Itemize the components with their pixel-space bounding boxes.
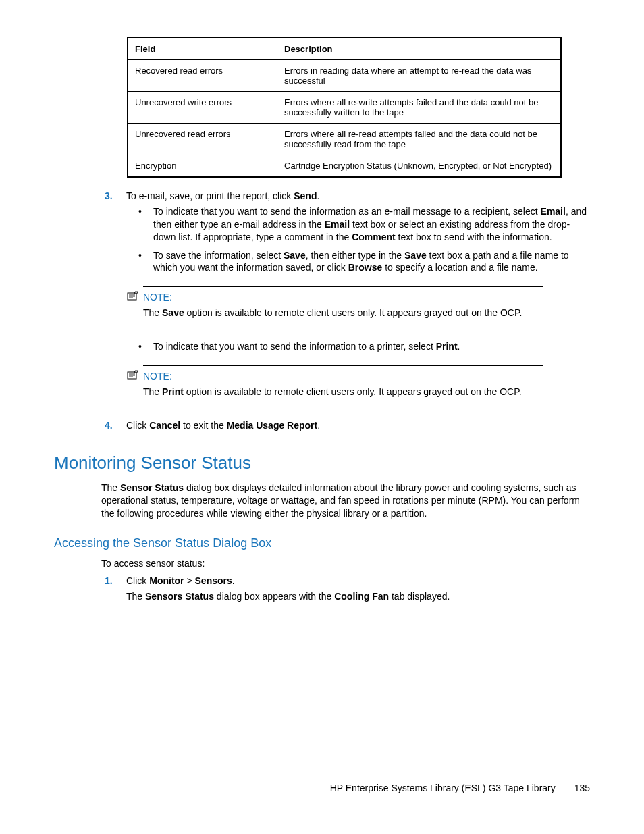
step-text: Click Cancel to exit the Media Usage Rep… — [126, 419, 590, 432]
table-header-description: Description — [277, 38, 562, 60]
footer-title: HP Enterprise Systems Library (ESL) G3 T… — [330, 783, 556, 793]
table-row: Encryption Cartridge Encryption Status (… — [128, 155, 561, 178]
bullet-text: To save the information, select Save, th… — [153, 249, 590, 275]
bullet-item: • To save the information, select Save, … — [138, 249, 590, 275]
note-label: NOTE: — [143, 292, 172, 303]
table-cell: Unrecovered read errors — [128, 124, 277, 155]
table-row: Unrecovered write errors Errors where al… — [128, 92, 561, 124]
bullet-item: • To indicate that you want to send the … — [138, 340, 590, 353]
page-number: 135 — [574, 783, 590, 793]
table-cell: Errors in reading data where an attempt … — [277, 60, 562, 92]
page-footer: HP Enterprise Systems Library (ESL) G3 T… — [330, 783, 590, 793]
table-cell: Cartridge Encryption Status (Unknown, En… — [277, 155, 562, 178]
table-cell: Errors where all re-read attempts failed… — [277, 124, 562, 155]
field-description-table: Field Description Recovered read errors … — [127, 37, 562, 178]
table-cell: Encryption — [128, 155, 277, 178]
table-row: Recovered read errors Errors in reading … — [128, 60, 561, 92]
step-number: 1. — [105, 575, 126, 588]
bullet-icon: • — [138, 249, 153, 275]
step-1: 1. Click Monitor > Sensors. — [105, 575, 590, 588]
bullet-text: To indicate that you want to send the in… — [153, 340, 590, 353]
step-number: 4. — [105, 419, 126, 432]
heading-accessing-sensor-status: Accessing the Sensor Status Dialog Box — [54, 536, 590, 550]
step-4: 4. Click Cancel to exit the Media Usage … — [105, 419, 590, 432]
heading-monitoring-sensor-status: Monitoring Sensor Status — [54, 452, 590, 473]
note-body: The Print option is available to remote … — [143, 382, 543, 407]
step-3: 3. To e-mail, save, or print the report,… — [105, 190, 590, 203]
note-icon — [127, 291, 143, 303]
bullet-icon: • — [138, 205, 153, 244]
note-body: The Save option is available to remote c… — [143, 303, 543, 328]
table-cell: Unrecovered write errors — [128, 92, 277, 124]
paragraph: The Sensor Status dialog box displays de… — [101, 481, 590, 520]
table-cell: Recovered read errors — [128, 60, 277, 92]
note-icon — [127, 370, 143, 382]
bullet-text: To indicate that you want to send the in… — [153, 205, 590, 244]
note-block: NOTE: The Print option is available to r… — [127, 365, 543, 407]
step-text: Click Monitor > Sensors. — [126, 575, 590, 588]
paragraph: The Sensors Status dialog box appears wi… — [126, 590, 590, 603]
step-number: 3. — [105, 190, 126, 203]
table-row: Unrecovered read errors Errors where all… — [128, 124, 561, 155]
table-cell: Errors where all re-write attempts faile… — [277, 92, 562, 124]
step-text: To e-mail, save, or print the report, cl… — [126, 190, 590, 203]
table-header-field: Field — [128, 38, 277, 60]
note-block: NOTE: The Save option is available to re… — [127, 286, 543, 328]
paragraph: To access sensor status: — [101, 557, 590, 570]
note-label: NOTE: — [143, 371, 172, 382]
bullet-item: • To indicate that you want to send the … — [138, 205, 590, 244]
bullet-icon: • — [138, 340, 153, 353]
